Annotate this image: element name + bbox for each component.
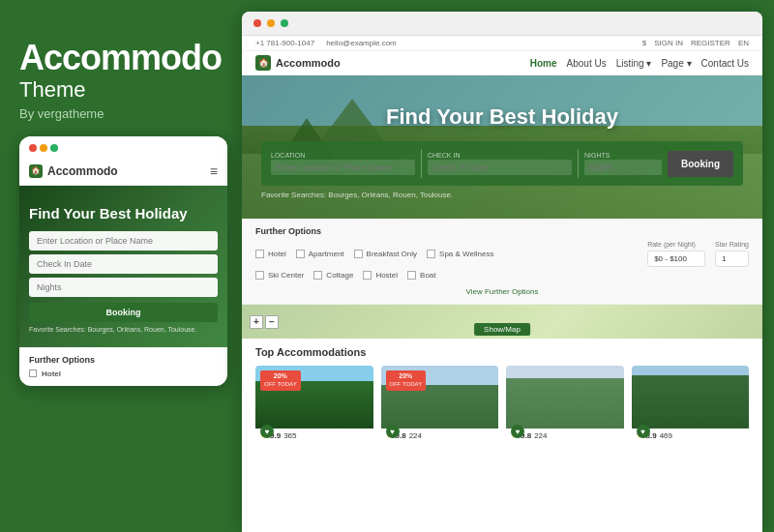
filter-spa-checkbox[interactable] <box>427 250 435 258</box>
hero-section: Find Your Best Holiday LOCATION CHECK IN… <box>242 75 762 219</box>
review-count-1: 365 <box>283 431 296 440</box>
filter-boat-label: Boat <box>420 271 435 280</box>
nav-about[interactable]: About Us <box>567 58 607 69</box>
mobile-logo-text: Accommodo <box>47 164 118 178</box>
accommodation-card-2[interactable]: 20%OFF TODAY ♥ ★ 9.8 224 <box>381 366 499 443</box>
hero-checkin-label: CHECK IN <box>428 152 572 159</box>
mobile-hotel-checkbox[interactable] <box>29 369 37 377</box>
browser-dot-green <box>281 19 288 27</box>
filter-cottage: Cottage <box>313 271 353 280</box>
show-map-button[interactable]: Show/Map <box>474 323 530 336</box>
accommodation-badge-1: 20%OFF TODAY <box>260 370 301 391</box>
accommodation-image-3 <box>506 366 624 429</box>
accommodation-rating-3: ★ 9.8 224 <box>511 431 619 440</box>
mobile-hamburger-icon[interactable]: ≡ <box>210 163 218 179</box>
view-further-link[interactable]: View Further Options <box>466 287 539 296</box>
map-zoom-in[interactable]: + <box>250 315 263 329</box>
filter-boat-checkbox[interactable] <box>407 271 416 280</box>
browser-bar <box>242 12 762 36</box>
star-filter-select[interactable]: 1 <box>715 251 749 267</box>
dot-red <box>29 144 37 152</box>
currency-selector[interactable]: $ <box>642 39 646 47</box>
accommodation-card-4[interactable]: ♥ ★ 8.9 469 <box>632 366 750 443</box>
lang-selector[interactable]: EN <box>738 39 749 47</box>
hero-booking-button[interactable]: Booking <box>668 151 733 177</box>
rate-filter-label: Rate (per Night) <box>647 241 705 248</box>
accommodation-heart-2[interactable]: ♥ <box>386 425 400 438</box>
hero-nights-input[interactable] <box>584 160 662 175</box>
mobile-nights-input[interactable] <box>29 278 218 297</box>
rate-filter-select[interactable]: $0 - $100 <box>647 251 705 267</box>
mobile-hero-section: Find Your Best Holiday Booking Favorite … <box>19 186 227 347</box>
filter-breakfast-checkbox[interactable] <box>354 250 363 258</box>
filter-breakfast: Breakfast Only <box>354 250 417 258</box>
mobile-booking-button[interactable]: Booking <box>29 303 218 322</box>
dot-green <box>50 144 58 152</box>
site-header: 🏠 Accommodo Home About Us Listing ▾ Page… <box>242 51 762 75</box>
mobile-nav: 🏠 Accommodo ≡ <box>19 158 227 186</box>
nav-home[interactable]: Home <box>530 58 557 69</box>
site-nav: Home About Us Listing ▾ Page ▾ Contact U… <box>530 58 749 69</box>
filter-ski-checkbox[interactable] <box>255 271 264 280</box>
map-zoom-out[interactable]: − <box>265 315 279 329</box>
hero-nights-label: NIGHTS <box>584 152 662 159</box>
site-header-left: 🏠 Accommodo <box>255 55 341 71</box>
register-button[interactable]: REGISTER <box>691 39 730 47</box>
top-info-bar: +1 781-900-1047 hello@example.com $ SIGN… <box>242 36 762 51</box>
filter-hostel-checkbox[interactable] <box>363 271 372 280</box>
accommodation-heart-1[interactable]: ♥ <box>260 425 274 438</box>
brand-by: By vergatheme <box>19 106 223 121</box>
hero-divider-2 <box>578 149 579 178</box>
filter-hotel-checkbox[interactable] <box>255 250 264 258</box>
filters-actions: View Further Options <box>255 283 749 296</box>
review-count-4: 469 <box>660 431 672 440</box>
map-controls: + − <box>250 315 279 329</box>
accommodation-card-1[interactable]: 20%OFF TODAY ♥ ★ 9.9 365 <box>255 366 373 443</box>
hero-favorites: Favorite Searches: Bourges, Orléans, Rou… <box>261 191 743 199</box>
mobile-mockup: 🏠 Accommodo ≡ Find Your Best Holiday Boo… <box>19 136 227 386</box>
mobile-favorites: Favorite Searches: Bourges, Orléans, Rou… <box>29 326 218 333</box>
filter-apartment-checkbox[interactable] <box>296 250 305 258</box>
filters-right: Rate (per Night) $0 - $100 Star Rating 1 <box>647 241 749 267</box>
mobile-hero-title: Find Your Best Holiday <box>29 205 218 222</box>
filter-hostel-label: Hostel <box>375 271 398 280</box>
accommodations-section: Top Accommodations 20%OFF TODAY ♥ ★ 9.9 … <box>242 339 762 451</box>
hero-location-input[interactable] <box>271 160 415 175</box>
hero-location-field: LOCATION <box>271 152 415 175</box>
nav-page[interactable]: Page ▾ <box>661 58 691 69</box>
nav-listing[interactable]: Listing ▾ <box>616 58 652 69</box>
accommodation-heart-4[interactable]: ♥ <box>637 425 650 438</box>
review-count-2: 224 <box>409 431 422 440</box>
hero-checkin-input[interactable] <box>428 160 572 175</box>
browser-dot-red <box>253 19 261 27</box>
filters-row-2: Ski Center Cottage Hostel Boat <box>255 271 749 280</box>
accommodation-rating-1: ★ 9.9 365 <box>260 431 369 440</box>
accommodation-card-3[interactable]: ♥ ★ 9.8 224 <box>506 366 624 443</box>
mobile-location-input[interactable] <box>29 231 218 251</box>
accommodation-image-4 <box>632 366 750 429</box>
filters-section: Further Options Hotel Apartment Breakfas… <box>242 219 762 305</box>
sign-in-button[interactable]: SIGN IN <box>654 39 683 47</box>
mobile-further-options: Further Options Hotel <box>19 347 227 386</box>
review-count-3: 224 <box>534 431 547 440</box>
mobile-checkin-input[interactable] <box>29 254 218 274</box>
accommodation-heart-3[interactable]: ♥ <box>511 425 524 438</box>
site-logo-text: Accommodo <box>276 57 341 69</box>
nav-contact[interactable]: Contact Us <box>701 58 749 69</box>
star-filter-label: Star Rating <box>715 241 749 248</box>
filter-apartment-label: Apartment <box>309 250 344 258</box>
filter-hotel-label: Hotel <box>268 250 286 258</box>
filter-ski: Ski Center <box>255 271 304 280</box>
accommodation-rating-4: ★ 8.9 469 <box>637 431 745 440</box>
dot-yellow <box>40 144 47 152</box>
hero-checkin-field: CHECK IN <box>428 152 572 175</box>
contact-email: hello@example.com <box>326 39 397 47</box>
filter-cottage-checkbox[interactable] <box>313 271 322 280</box>
filter-spa: Spa & Wellness <box>427 250 493 258</box>
filter-boat: Boat <box>407 271 435 280</box>
filter-hotel: Hotel <box>255 250 286 258</box>
brand-subtitle: Theme <box>19 77 223 103</box>
filter-apartment: Apartment <box>296 250 344 258</box>
hero-search-bar: LOCATION CHECK IN NIGHTS Booking <box>261 141 743 186</box>
filter-cottage-label: Cottage <box>326 271 353 280</box>
